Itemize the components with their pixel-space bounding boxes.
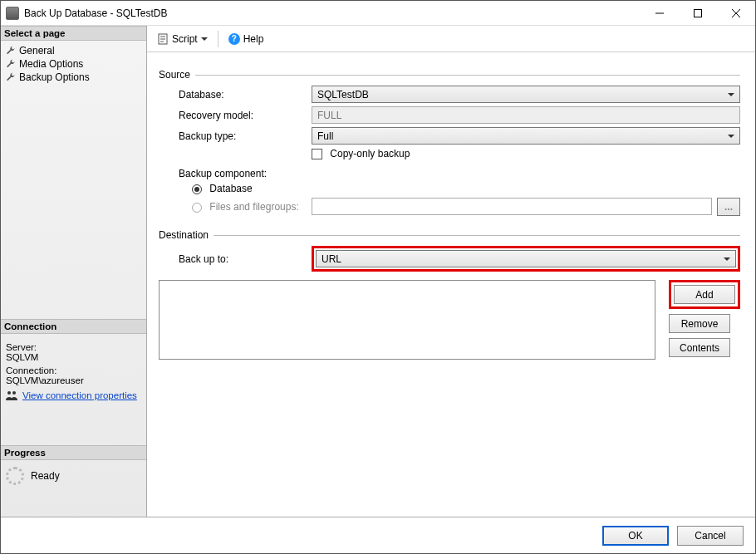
main-panel: Script ? Help Source Database: SQLTestDB [147, 26, 755, 517]
wrench-icon [6, 59, 16, 69]
server-value: SQLVM [6, 352, 141, 362]
people-icon [6, 390, 17, 400]
progress-status: Ready [31, 470, 60, 482]
help-icon: ? [228, 33, 240, 45]
backup-component-label: Backup component: [159, 168, 312, 179]
radio-icon [192, 203, 202, 213]
titlebar: Back Up Database - SQLTestDB [1, 1, 755, 26]
page-media-options[interactable]: Media Options [2, 57, 145, 71]
database-dropdown[interactable]: SQLTestDB [312, 86, 740, 103]
source-group-label: Source [159, 69, 740, 81]
connection-label: Connection: [6, 365, 141, 375]
radio-database-label: Database [209, 183, 252, 194]
copy-only-label: Copy-only backup [330, 148, 410, 159]
cancel-button[interactable]: Cancel [677, 526, 744, 546]
dialog-footer: OK Cancel [1, 517, 755, 553]
connection-value: SQLVM\azureuser [6, 375, 141, 385]
close-button[interactable] [717, 1, 755, 26]
form-body: Source Database: SQLTestDB Recovery mode… [147, 52, 755, 517]
database-value: SQLTestDB [317, 89, 369, 101]
server-label: Server: [6, 342, 141, 352]
page-label: General [19, 45, 55, 56]
script-icon [157, 33, 169, 45]
recovery-model-label: Recovery model: [159, 110, 312, 121]
filegroups-field [312, 198, 712, 215]
progress-header: Progress [1, 445, 146, 460]
sidebar: Select a page General Media Options Back… [1, 26, 147, 517]
page-label: Backup Options [19, 71, 90, 83]
ok-button[interactable]: OK [602, 526, 669, 546]
svg-point-5 [12, 391, 16, 395]
svg-rect-1 [695, 9, 702, 17]
connection-header: Connection [1, 319, 146, 334]
backup-type-dropdown[interactable]: Full [312, 127, 740, 145]
add-button[interactable]: Add [674, 285, 735, 304]
script-label: Script [172, 33, 198, 45]
backup-type-value: Full [317, 130, 333, 142]
wrench-icon [6, 72, 16, 82]
checkbox-icon [312, 149, 322, 159]
view-connection-link[interactable]: View connection properties [22, 390, 137, 400]
page-backup-options[interactable]: Backup Options [2, 71, 145, 84]
page-label: Media Options [19, 58, 83, 70]
contents-button[interactable]: Contents [669, 338, 730, 357]
help-button[interactable]: ? Help [225, 32, 268, 47]
database-label: Database: [159, 89, 312, 101]
backup-type-label: Backup type: [159, 130, 312, 142]
page-general[interactable]: General [2, 44, 145, 57]
connection-panel: Server: SQLVM Connection: SQLVM\azureuse… [1, 334, 146, 407]
select-page-header: Select a page [1, 26, 146, 41]
chevron-down-icon [724, 257, 730, 261]
radio-files-label: Files and filegroups: [209, 201, 298, 213]
chevron-down-icon [201, 37, 208, 41]
copy-only-checkbox[interactable]: Copy-only backup [312, 148, 410, 159]
minimize-button[interactable] [641, 1, 679, 26]
svg-point-4 [7, 391, 11, 395]
radio-icon [192, 184, 202, 194]
recovery-model-value: FULL [317, 110, 341, 121]
window-title: Back Up Database - SQLTestDB [24, 7, 641, 19]
remove-button[interactable]: Remove [669, 314, 730, 333]
wrench-icon [6, 46, 16, 56]
add-highlight: Add [669, 280, 740, 309]
script-button[interactable]: Script [154, 32, 211, 47]
help-label: Help [243, 33, 264, 45]
recovery-model-field: FULL [312, 106, 740, 124]
maximize-button[interactable] [679, 1, 717, 26]
chevron-down-icon [728, 135, 734, 138]
destination-list[interactable] [159, 280, 655, 360]
backup-to-label: Back up to: [159, 253, 312, 265]
progress-panel: Ready [1, 460, 146, 492]
filegroups-browse-button: ... [717, 198, 740, 216]
chevron-down-icon [728, 93, 734, 96]
toolbar: Script ? Help [147, 26, 755, 52]
destination-group-label: Destination [159, 229, 740, 241]
database-icon [6, 7, 19, 20]
backup-to-value: URL [322, 253, 341, 265]
page-list: General Media Options Backup Options [1, 41, 146, 89]
backup-to-highlight: URL [312, 246, 740, 272]
radio-files-and-filegroups[interactable]: Files and filegroups: [192, 201, 299, 213]
backup-to-dropdown[interactable]: URL [316, 250, 736, 267]
radio-database[interactable]: Database [192, 183, 253, 194]
spinner-icon [6, 467, 24, 485]
